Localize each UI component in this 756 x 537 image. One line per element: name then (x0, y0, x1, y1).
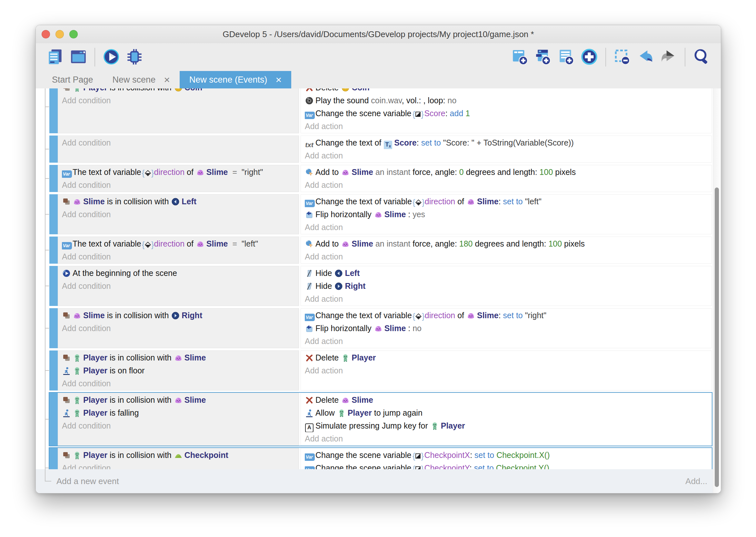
condition-line[interactable]: VarThe text of variable {}direction of S… (62, 237, 295, 250)
close-window-button[interactable] (42, 30, 50, 38)
zoom-window-button[interactable] (69, 30, 78, 38)
actions-cell[interactable]: txtChange the text of TxScore: set to "S… (301, 136, 712, 163)
add-comment-button[interactable] (557, 47, 575, 67)
event-drag-bar[interactable] (49, 351, 58, 391)
event-body[interactable]: Player is in collision with SlimePlayer … (49, 392, 712, 446)
add-circle-button[interactable] (580, 47, 599, 67)
tab-new-scene-events-[interactable]: New scene (Events)× (180, 71, 291, 88)
actions-cell[interactable]: VarChange the scene variable {}Checkpoin… (301, 448, 712, 469)
condition-line[interactable]: Slime is in collision with Left (62, 195, 295, 208)
play-button[interactable] (102, 47, 121, 67)
event-body[interactable]: Add conditiontxtChange the text of TxSco… (49, 135, 712, 163)
events-scrollbar-thumb[interactable] (715, 187, 719, 487)
actions-cell[interactable]: Hide LeftHide RightAdd action (301, 266, 712, 306)
action-line[interactable]: VarChange the scene variable {}Score: ad… (305, 107, 708, 120)
conditions-cell[interactable]: At the beginning of the sceneAdd conditi… (58, 266, 299, 306)
actions-cell[interactable]: VarChange the text of variable {}directi… (301, 308, 712, 348)
tab-new-scene[interactable]: New scene× (103, 71, 180, 88)
action-line[interactable]: Delete Slime (305, 393, 708, 406)
conditions-cell[interactable]: VarThe text of variable {}direction of S… (58, 165, 299, 192)
event-drag-bar[interactable] (49, 308, 58, 348)
add-action-button[interactable]: Add action (305, 120, 708, 133)
event-body[interactable]: Player is in collision with CheckpointAd… (49, 447, 712, 469)
condition-line[interactable]: VarThe text of variable {}direction of S… (62, 166, 295, 179)
add-condition-button[interactable]: Add condition (62, 322, 295, 335)
event-drag-bar[interactable] (49, 266, 58, 306)
event-body[interactable]: Slime is in collision with LeftAdd condi… (49, 194, 712, 235)
event-body[interactable]: At the beginning of the sceneAdd conditi… (49, 265, 712, 307)
action-line[interactable]: Flip horizontally Slime : no (305, 322, 708, 335)
condition-line[interactable]: Player is on floor (62, 364, 295, 377)
condition-line[interactable]: Player is in collision with Coin (62, 88, 295, 94)
action-line[interactable]: Add to Slime an instant force, angle: 18… (305, 237, 708, 250)
conditions-cell[interactable]: Slime is in collision with RightAdd cond… (58, 308, 299, 348)
action-line[interactable]: VarChange the scene variable {}Checkpoin… (305, 462, 708, 469)
conditions-cell[interactable]: Player is in collision with SlimePlayer … (58, 393, 299, 446)
add-condition-button[interactable]: Add condition (62, 462, 295, 469)
event-drag-bar[interactable] (49, 165, 58, 192)
actions-cell[interactable]: Delete SlimeAllow Player to jump againAS… (301, 393, 712, 446)
undo-button[interactable] (636, 47, 655, 67)
add-event-button[interactable] (510, 47, 529, 67)
actions-cell[interactable]: Delete PlayerAdd action (301, 351, 712, 391)
redo-button[interactable] (659, 47, 678, 67)
scene-editor-button[interactable] (69, 47, 88, 67)
event-drag-bar[interactable] (49, 194, 58, 234)
conditions-cell[interactable]: Player is in collision with CheckpointAd… (58, 448, 299, 469)
event-drag-bar[interactable] (49, 88, 58, 133)
add-condition-button[interactable]: Add condition (62, 208, 295, 221)
add-condition-button[interactable]: Add condition (62, 250, 295, 263)
add-action-button[interactable]: Add action (305, 292, 708, 305)
conditions-cell[interactable]: Slime is in collision with LeftAdd condi… (58, 194, 299, 234)
add-action-button[interactable]: Add action (305, 221, 708, 234)
project-manager-button[interactable] (46, 47, 64, 67)
conditions-cell[interactable]: Add condition (58, 136, 299, 163)
condition-line[interactable]: At the beginning of the scene (62, 267, 295, 279)
event-drag-bar[interactable] (49, 393, 58, 446)
condition-line[interactable]: Player is in collision with Checkpoint (62, 449, 295, 462)
add-action-button[interactable]: Add action (305, 179, 708, 191)
event-drag-bar[interactable] (49, 136, 58, 163)
add-condition-button[interactable]: Add condition (62, 377, 295, 390)
action-line[interactable]: Allow Player to jump again (305, 406, 708, 419)
event-body[interactable]: VarThe text of variable {}direction of S… (49, 236, 712, 264)
add-condition-button[interactable]: Add condition (62, 279, 295, 292)
action-line[interactable]: Play the sound coin.wav, vol.: , loop: n… (305, 94, 708, 107)
action-line[interactable]: Hide Left (305, 267, 708, 279)
tab-close-button[interactable]: × (164, 74, 170, 85)
action-line[interactable]: Add to Slime an instant force, angle: 0 … (305, 166, 708, 179)
action-line[interactable]: Delete Coin (305, 88, 708, 94)
add-action-button[interactable]: Add action (305, 432, 708, 445)
debug-button[interactable] (125, 47, 144, 67)
event-body[interactable]: VarThe text of variable {}direction of S… (49, 164, 712, 193)
conditions-cell[interactable]: Player is in collision with SlimePlayer … (58, 351, 299, 391)
conditions-cell[interactable]: Player is in collision with CoinAdd cond… (58, 88, 299, 133)
actions-cell[interactable]: Add to Slime an instant force, angle: 18… (301, 236, 712, 264)
actions-cell[interactable]: VarChange the text of variable {}directi… (301, 194, 712, 234)
event-body[interactable]: Player is in collision with SlimePlayer … (49, 350, 712, 391)
action-line[interactable]: txtChange the text of TxScore: set to "S… (305, 136, 708, 149)
condition-line[interactable]: Player is in collision with Slime (62, 393, 295, 406)
add-action-button[interactable]: Add action (305, 149, 708, 162)
add-action-button[interactable]: Add action (305, 364, 708, 377)
condition-line[interactable]: Player is in collision with Slime (62, 351, 295, 364)
action-line[interactable]: Flip horizontally Slime : yes (305, 208, 708, 221)
add-condition-button[interactable]: Add condition (62, 179, 295, 191)
minimize-window-button[interactable] (56, 30, 64, 38)
condition-line[interactable]: Slime is in collision with Right (62, 309, 295, 322)
add-condition-button[interactable]: Add condition (62, 419, 295, 432)
action-line[interactable]: Delete Player (305, 351, 708, 364)
condition-line[interactable]: Player is falling (62, 406, 295, 419)
add-action-button[interactable]: Add action (305, 250, 708, 263)
action-line[interactable]: VarChange the scene variable {}Checkpoin… (305, 449, 708, 462)
add-subevent-button[interactable] (533, 47, 552, 67)
tab-close-button[interactable]: × (276, 74, 282, 85)
action-line[interactable]: Hide Right (305, 279, 708, 292)
delete-event-button[interactable] (613, 47, 631, 67)
search-button[interactable] (692, 47, 711, 67)
add-condition-button[interactable]: Add condition (62, 136, 295, 149)
add-more-button[interactable]: Add... (685, 476, 707, 486)
add-condition-button[interactable]: Add condition (62, 94, 295, 107)
event-drag-bar[interactable] (49, 236, 58, 264)
add-action-button[interactable]: Add action (305, 335, 708, 348)
